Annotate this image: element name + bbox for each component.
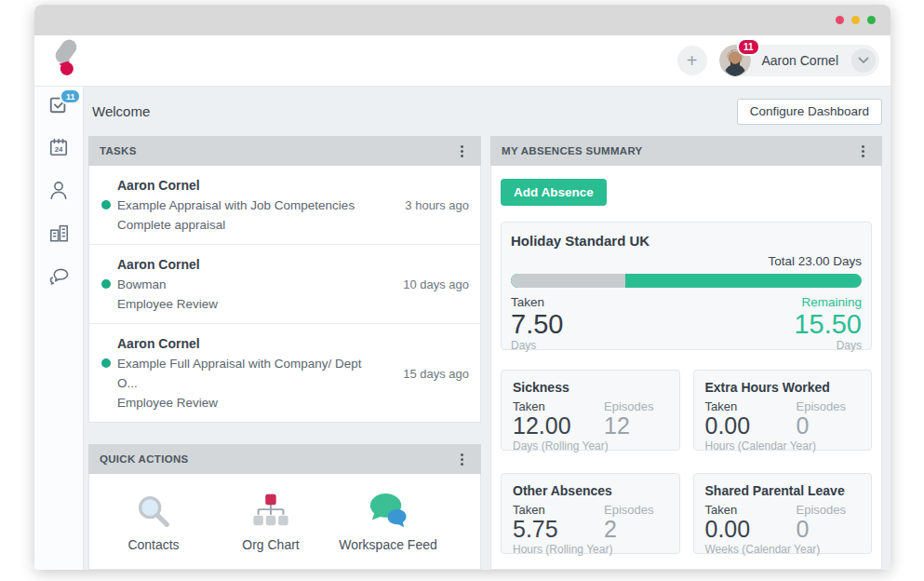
nav-people[interactable] bbox=[47, 182, 71, 202]
calendar-icon: 24 bbox=[48, 137, 69, 161]
task-row[interactable]: Aaron Cornel Example Full Appraisal with… bbox=[89, 323, 480, 422]
task-action: Employee Review bbox=[117, 393, 378, 412]
remaining-unit: Days bbox=[794, 339, 862, 352]
quick-actions-panel-title: QUICK ACTIONS bbox=[100, 453, 188, 465]
add-button[interactable]: + bbox=[677, 46, 707, 75]
absences-panel-title: MY ABSENCES SUMMARY bbox=[502, 145, 643, 156]
nav-calendar[interactable]: 24 bbox=[47, 139, 71, 159]
taken-label: Taken bbox=[511, 295, 563, 309]
episodes-label: Episodes bbox=[797, 503, 861, 517]
taken-value: 0.00 bbox=[705, 413, 797, 439]
quick-actions-menu-button[interactable] bbox=[453, 451, 470, 467]
episodes-value: 0 bbox=[797, 413, 861, 439]
quick-action-org-chart[interactable]: Org Chart bbox=[212, 491, 329, 552]
task-timestamp: 10 days ago bbox=[403, 277, 469, 291]
chat-bubbles-icon bbox=[48, 266, 70, 290]
holiday-total: Total 23.00 Days bbox=[511, 254, 862, 268]
quick-actions-panel-header: QUICK ACTIONS bbox=[88, 444, 481, 474]
tasks-panel-title: TASKS bbox=[100, 145, 137, 156]
episodes-value: 2 bbox=[604, 517, 668, 542]
remaining-value: 15.50 bbox=[794, 309, 862, 339]
window-minimize-button[interactable] bbox=[851, 16, 860, 24]
user-name: Aaron Cornel bbox=[762, 53, 839, 68]
tasks-menu-button[interactable] bbox=[453, 142, 470, 159]
taken-value: 12.00 bbox=[513, 413, 604, 439]
task-subject: Example Appraisal with Job Competencies bbox=[117, 196, 378, 215]
card-unit: Days (Rolling Year) bbox=[513, 439, 668, 453]
nav-tasks[interactable]: 11 bbox=[47, 96, 71, 116]
absences-panel-header: MY ABSENCES SUMMARY bbox=[490, 136, 882, 166]
quick-actions-panel-body: Contacts bbox=[88, 474, 481, 570]
svg-text:24: 24 bbox=[55, 145, 63, 154]
buildings-icon bbox=[48, 223, 70, 247]
holiday-summary-card: Holiday Standard UK Total 23.00 Days Tak… bbox=[501, 222, 872, 350]
nav-messages[interactable] bbox=[47, 267, 71, 288]
page-header: Welcome Configure Dashboard bbox=[88, 87, 882, 136]
kebab-icon bbox=[461, 458, 463, 461]
task-timestamp: 3 hours ago bbox=[405, 198, 469, 212]
episodes-label: Episodes bbox=[604, 399, 668, 413]
holiday-title: Holiday Standard UK bbox=[511, 233, 862, 249]
other-absences-card: Other Absences Taken 5.75 Episodes bbox=[501, 473, 680, 554]
card-title: Shared Parental Leave bbox=[705, 483, 861, 498]
search-icon bbox=[134, 491, 173, 532]
episodes-value: 0 bbox=[797, 517, 861, 542]
task-person: Aaron Cornel bbox=[117, 333, 378, 354]
sickness-card: Sickness Taken 12.00 Episodes bbox=[501, 370, 680, 451]
brand-logo-icon bbox=[48, 39, 80, 82]
shared-parental-leave-card: Shared Parental Leave Taken 0.00 Episo bbox=[693, 473, 873, 554]
task-timestamp: 15 days ago bbox=[403, 366, 469, 380]
app-window: + 11 A bbox=[34, 5, 891, 570]
page-title: Welcome bbox=[92, 103, 150, 119]
card-title: Sickness bbox=[513, 380, 668, 395]
taken-unit: Days bbox=[511, 339, 563, 352]
task-action: Complete appraisal bbox=[117, 215, 378, 235]
card-title: Extra Hours Worked bbox=[705, 380, 861, 395]
card-unit: Hours (Rolling Year) bbox=[513, 543, 668, 556]
chevron-down-icon bbox=[851, 48, 876, 73]
screenshot-stage: + 11 A bbox=[0, 0, 924, 581]
task-action: Employee Review bbox=[117, 294, 378, 314]
absences-panel-body: Add Absence Holiday Standard UK Total 23… bbox=[490, 166, 882, 570]
taken-value: 7.50 bbox=[511, 309, 563, 339]
taken-label: Taken bbox=[705, 399, 797, 413]
tasks-panel-body: Aaron Cornel Example Appraisal with Job … bbox=[88, 166, 481, 423]
quick-action-workspace-feed[interactable]: Workspace Feed bbox=[329, 491, 447, 552]
add-absence-button[interactable]: Add Absence bbox=[501, 179, 607, 206]
person-icon bbox=[49, 180, 68, 204]
status-dot-icon bbox=[101, 358, 111, 368]
quick-action-label: Workspace Feed bbox=[339, 537, 437, 552]
holiday-progress-bar bbox=[511, 274, 862, 288]
browser-titlebar bbox=[34, 5, 891, 35]
window-close-button[interactable] bbox=[836, 16, 844, 24]
notification-badge: 11 bbox=[737, 38, 760, 56]
tasks-panel-header: TASKS bbox=[88, 136, 481, 166]
tasks-count-badge: 11 bbox=[60, 88, 81, 104]
status-dot-icon bbox=[101, 200, 111, 209]
nav-company[interactable] bbox=[47, 224, 71, 245]
task-person: Aaron Cornel bbox=[117, 175, 378, 196]
taken-label: Taken bbox=[513, 503, 604, 517]
app-header: + 11 A bbox=[34, 35, 891, 87]
task-person: Aaron Cornel bbox=[117, 254, 378, 275]
user-menu[interactable]: 11 Aaron Cornel bbox=[719, 45, 880, 76]
episodes-value: 12 bbox=[604, 413, 668, 439]
extra-hours-card: Extra Hours Worked Taken 0.00 Episodes bbox=[693, 370, 873, 451]
absences-menu-button[interactable] bbox=[854, 142, 871, 159]
remaining-label: Remaining bbox=[794, 295, 862, 309]
taken-label: Taken bbox=[513, 399, 604, 413]
quick-action-label: Contacts bbox=[127, 537, 179, 552]
episodes-label: Episodes bbox=[797, 399, 861, 413]
taken-value: 5.75 bbox=[513, 517, 604, 542]
card-title: Other Absences bbox=[513, 483, 668, 498]
task-row[interactable]: Aaron Cornel Bowman Employee Review 10 d… bbox=[89, 244, 480, 323]
task-subject: Example Full Appraisal with Company/ Dep… bbox=[117, 354, 378, 393]
configure-dashboard-button[interactable]: Configure Dashboard bbox=[737, 99, 882, 125]
status-dot-icon bbox=[101, 279, 111, 289]
task-row[interactable]: Aaron Cornel Example Appraisal with Job … bbox=[89, 166, 480, 244]
window-maximize-button[interactable] bbox=[867, 16, 876, 24]
chat-bubbles-icon bbox=[368, 491, 408, 532]
holiday-progress-taken bbox=[511, 274, 625, 288]
kebab-icon bbox=[461, 150, 463, 153]
quick-action-contacts[interactable]: Contacts bbox=[95, 491, 212, 552]
